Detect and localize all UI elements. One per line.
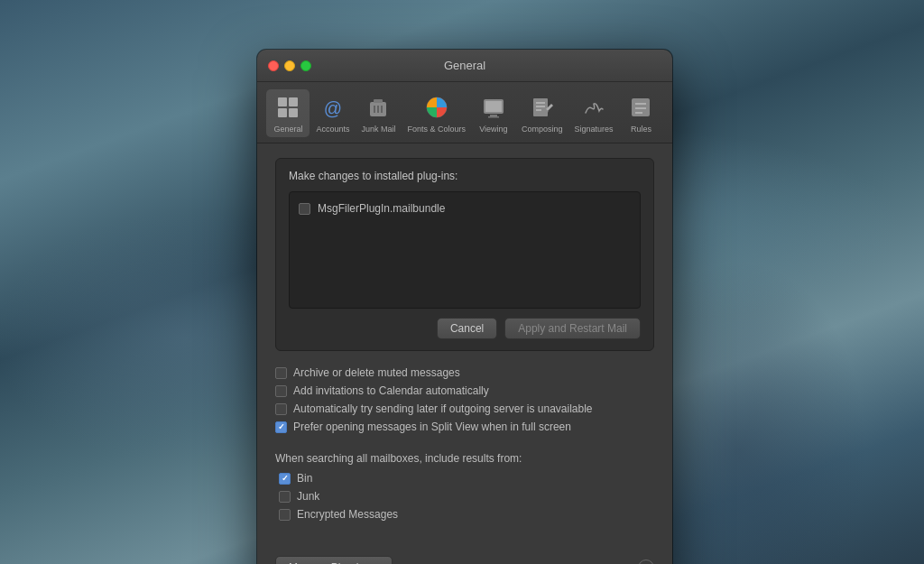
svg-rect-13	[490, 115, 497, 116]
toolbar: General @ Accounts Junk Mail	[257, 82, 672, 143]
viewing-icon	[479, 93, 508, 122]
options-section: Archive or delete muted messages Add inv…	[275, 364, 654, 443]
svg-rect-1	[289, 97, 298, 106]
tab-signatures[interactable]: Signatures	[568, 89, 618, 137]
composing-label: Composing	[522, 125, 563, 134]
tab-fonts[interactable]: Fonts & Colours	[402, 89, 471, 137]
rules-icon	[626, 93, 655, 122]
junkmail-icon	[364, 93, 393, 122]
checkbox-bin[interactable]	[279, 473, 291, 485]
tab-junkmail[interactable]: Junk Mail	[356, 89, 401, 137]
plugin-section-label: Make changes to installed plug-ins:	[289, 170, 641, 182]
svg-rect-15	[533, 98, 548, 116]
checkbox-junk[interactable]	[279, 491, 291, 503]
traffic-lights	[268, 60, 311, 71]
minimize-button[interactable]	[284, 60, 295, 71]
main-content: Make changes to installed plug-ins: MsgF…	[257, 143, 672, 545]
svg-rect-12	[485, 101, 502, 112]
signatures-icon	[579, 93, 608, 122]
title-bar: General	[257, 50, 672, 82]
viewing-label: Viewing	[479, 125, 507, 134]
cancel-button[interactable]: Cancel	[437, 318, 497, 339]
option-encrypted: Encrypted Messages	[279, 505, 654, 523]
fonts-label: Fonts & Colours	[407, 125, 466, 134]
bottom-bar: Manage Plug-ins... ?	[257, 545, 672, 564]
plugin-list: MsgFilerPlugIn.mailbundle	[289, 191, 641, 309]
fonts-icon	[422, 93, 451, 122]
svg-rect-2	[278, 108, 287, 117]
label-encrypted: Encrypted Messages	[297, 508, 398, 521]
general-icon	[273, 93, 302, 122]
accounts-label: Accounts	[316, 125, 349, 134]
checkbox-invitations[interactable]	[275, 385, 287, 397]
junkmail-label: Junk Mail	[361, 125, 395, 134]
option-bin: Bin	[279, 469, 654, 487]
tab-accounts[interactable]: @ Accounts	[310, 89, 355, 137]
signatures-label: Signatures	[574, 125, 613, 134]
tab-viewing[interactable]: Viewing	[472, 89, 515, 137]
label-archive: Archive or delete muted messages	[293, 366, 460, 379]
preferences-window: General General @ Accounts	[257, 50, 672, 564]
apply-restart-button[interactable]: Apply and Restart Mail	[504, 318, 641, 339]
option-junk: Junk	[279, 487, 654, 505]
option-send-later: Automatically try sending later if outgo…	[275, 400, 654, 418]
maximize-button[interactable]	[300, 60, 311, 71]
tab-rules[interactable]: Rules	[619, 89, 662, 137]
tab-general[interactable]: General	[266, 89, 310, 137]
checkbox-archive[interactable]	[275, 367, 287, 379]
general-label: General	[273, 125, 302, 134]
label-bin: Bin	[297, 472, 312, 485]
plugin-checkbox-msgfiler[interactable]	[299, 203, 310, 215]
svg-rect-19	[632, 98, 650, 116]
search-section-label: When searching all mailboxes, include re…	[275, 452, 654, 465]
option-invitations: Add invitations to Calendar automaticall…	[275, 382, 654, 400]
plugin-row: MsgFilerPlugIn.mailbundle	[293, 198, 636, 219]
rules-label: Rules	[631, 125, 651, 134]
help-button[interactable]: ?	[638, 559, 654, 564]
option-archive: Archive or delete muted messages	[275, 364, 654, 382]
checkbox-split-view[interactable]	[275, 421, 287, 433]
search-options: Bin Junk Encrypted Messages	[275, 469, 654, 523]
search-section: When searching all mailboxes, include re…	[275, 452, 654, 531]
close-button[interactable]	[268, 60, 279, 71]
plugin-button-row: Cancel Apply and Restart Mail	[289, 318, 641, 339]
svg-rect-6	[374, 99, 383, 103]
manage-plugins-button[interactable]: Manage Plug-ins...	[275, 556, 393, 564]
plugin-section: Make changes to installed plug-ins: MsgF…	[275, 158, 654, 351]
checkbox-encrypted[interactable]	[279, 509, 291, 521]
svg-rect-0	[278, 97, 287, 106]
label-invitations: Add invitations to Calendar automaticall…	[293, 384, 489, 397]
accounts-icon: @	[319, 93, 347, 122]
tab-composing[interactable]: Composing	[516, 89, 568, 137]
composing-icon	[528, 93, 557, 122]
svg-rect-3	[289, 108, 298, 117]
svg-text:@: @	[324, 98, 342, 118]
label-send-later: Automatically try sending later if outgo…	[293, 402, 593, 415]
label-split-view: Prefer opening messages in Split View wh…	[293, 421, 571, 433]
plugin-name-msgfiler: MsgFilerPlugIn.mailbundle	[318, 202, 445, 215]
label-junk: Junk	[297, 490, 319, 503]
checkbox-send-later[interactable]	[275, 403, 287, 415]
window-title: General	[444, 59, 485, 72]
option-split-view: Prefer opening messages in Split View wh…	[275, 418, 654, 436]
svg-rect-14	[488, 116, 499, 118]
